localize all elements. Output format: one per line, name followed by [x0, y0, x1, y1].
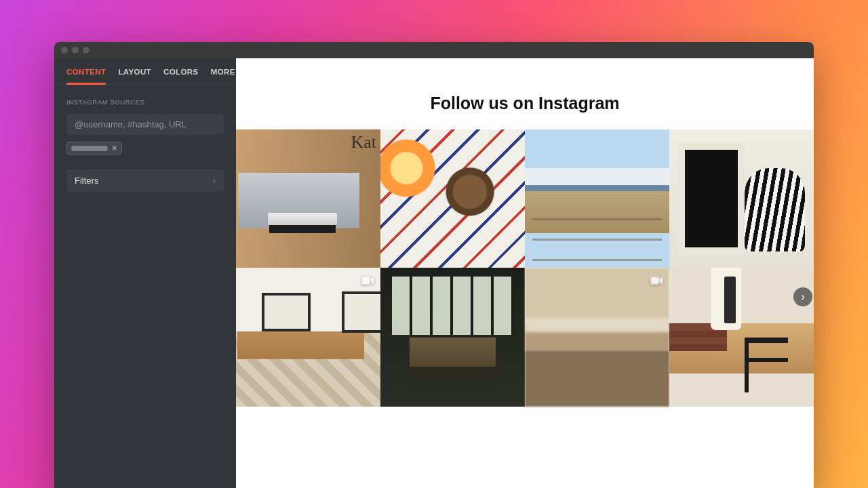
source-chip-row: × — [54, 142, 236, 164]
preview-pane: Follow us on Instagram — [236, 58, 814, 488]
feed-item-4[interactable] — [669, 129, 814, 268]
video-icon — [360, 273, 375, 288]
source-chip-label — [71, 146, 108, 151]
feed-item-7[interactable] — [525, 268, 669, 406]
sources-section-label: INSTAGRAM SOURCES — [54, 85, 236, 111]
app-body: CONTENT LAYOUT COLORS MORE INSTAGRAM SOU… — [54, 58, 814, 488]
settings-sidebar: CONTENT LAYOUT COLORS MORE INSTAGRAM SOU… — [54, 58, 236, 488]
feed-heading: Follow us on Instagram — [236, 94, 814, 113]
window-titlebar — [54, 42, 814, 58]
filters-row[interactable]: Filters › — [66, 169, 224, 192]
feed-grid — [236, 129, 814, 407]
app-window: CONTENT LAYOUT COLORS MORE INSTAGRAM SOU… — [54, 42, 814, 488]
window-close-dot[interactable] — [61, 47, 68, 54]
feed-item-2[interactable] — [380, 129, 525, 268]
feed-item-1[interactable] — [236, 129, 380, 268]
tab-more[interactable]: MORE — [211, 68, 235, 84]
feed-item-6[interactable] — [380, 268, 525, 406]
filters-label: Filters — [75, 176, 98, 186]
tab-layout[interactable]: LAYOUT — [118, 68, 151, 84]
svg-rect-1 — [651, 277, 659, 285]
source-chip[interactable]: × — [66, 142, 122, 155]
tab-colors[interactable]: COLORS — [163, 68, 199, 84]
feed-item-5[interactable] — [236, 268, 380, 406]
feed-item-8[interactable] — [669, 268, 814, 406]
source-input[interactable]: @username, #hashtag, URL — [66, 114, 224, 135]
feed-item-3[interactable] — [525, 129, 669, 268]
settings-tabs: CONTENT LAYOUT COLORS MORE — [54, 58, 236, 85]
window-minimize-dot[interactable] — [72, 47, 79, 54]
carousel-next-button[interactable]: › — [793, 287, 812, 306]
close-icon[interactable]: × — [112, 144, 117, 152]
window-zoom-dot[interactable] — [83, 47, 90, 54]
chevron-right-icon: › — [213, 176, 216, 186]
chevron-right-icon: › — [801, 291, 804, 303]
svg-rect-0 — [362, 277, 370, 285]
video-icon — [649, 273, 664, 288]
tab-content[interactable]: CONTENT — [66, 68, 106, 84]
